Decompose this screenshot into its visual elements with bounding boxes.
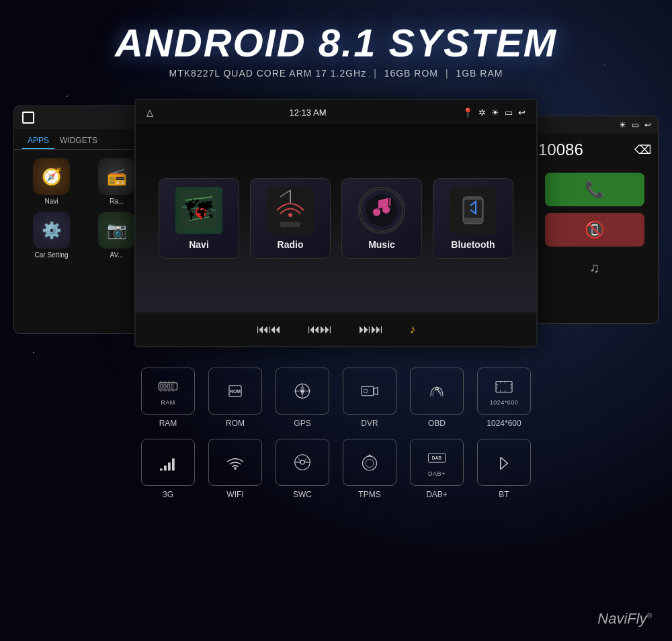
feature-3g: 3G: [141, 439, 195, 499]
prev-button[interactable]: ⏮⏮: [257, 323, 281, 337]
radio-icon: 📻: [98, 158, 135, 195]
app-car-setting[interactable]: ⚙️ Car Setting: [22, 212, 81, 259]
svg-marker-15: [198, 212, 204, 220]
tab-widgets[interactable]: WIDGETS: [54, 133, 103, 149]
sub-title: MTK8227L QUAD CORE ARM 17 1.2GHz | 16GB …: [115, 68, 557, 79]
music-icon-right: ♫: [590, 260, 600, 275]
accept-call-button[interactable]: 📞: [545, 173, 644, 206]
rom-box: ROM: [208, 368, 262, 415]
svg-point-74: [366, 460, 374, 468]
play-pause-button[interactable]: ⏮⏭: [308, 323, 332, 337]
av-label: AV...: [110, 251, 123, 259]
dvr-box: [343, 368, 396, 415]
header-section: ANDROID 8.1 SYSTEM MTK8227L QUAD CORE AR…: [115, 0, 557, 79]
obd-icon: [427, 381, 447, 401]
feature-dab: DAB DAB+ DAB+: [410, 439, 464, 499]
app-tiles-body: Navi: [136, 124, 536, 312]
battery-icon: ▭: [505, 108, 513, 118]
svg-line-11: [185, 197, 212, 200]
home-icon[interactable]: [22, 112, 34, 124]
svg-point-20: [288, 213, 292, 217]
tile-navi[interactable]: Navi: [159, 178, 239, 259]
navi-icon: 🧭: [33, 158, 70, 195]
ram-spec: 1GB RAM: [456, 68, 503, 79]
bt-icon: [494, 452, 514, 472]
swc-icon: [292, 452, 312, 472]
tile-bluetooth[interactable]: Bluetooth: [433, 178, 513, 259]
svg-rect-66: [168, 462, 171, 470]
svg-point-70: [300, 460, 304, 464]
features-row-1: RAM RAM ROM ROM: [101, 368, 571, 428]
music-note-icon: ♪: [410, 323, 416, 337]
av-icon: 📷: [98, 212, 135, 249]
brand-section: NaviFly®: [597, 610, 652, 628]
resolution-sub-label: 1024*600: [490, 399, 519, 406]
brand-name: NaviFly: [597, 610, 646, 627]
dab-box: DAB DAB+: [410, 439, 464, 486]
feature-bt: BT: [477, 439, 531, 499]
svg-point-16: [199, 209, 203, 213]
resolution-label: 1024*600: [487, 419, 521, 428]
svg-marker-51: [374, 388, 378, 395]
svg-rect-33: [164, 384, 166, 388]
svg-point-24: [373, 208, 380, 216]
media-controls: ⏮⏮ ⏮⏭ ⏭⏭ ♪: [136, 312, 536, 346]
obd-label: OBD: [428, 419, 446, 428]
backspace-icon[interactable]: ⌫: [634, 142, 651, 157]
bluetooth-status-icon: ✲: [478, 108, 486, 118]
svg-point-14: [196, 207, 206, 218]
status-bar: △ 12:13 AM 📍 ✲ ☀ ▭ ↩: [136, 100, 536, 124]
left-screen: APPS WIDGETS 🧭 Navi 📻 Ra... ⚙️ Car Setti…: [13, 105, 155, 334]
rom-icon: ROM: [225, 381, 245, 401]
tile-music[interactable]: Music: [341, 178, 422, 259]
obd-box: [410, 368, 464, 415]
features-row-2: 3G WIFI: [101, 439, 571, 499]
ram-icon: [158, 376, 178, 396]
feature-gps: GPS: [276, 368, 329, 428]
status-left: △: [146, 108, 153, 118]
wifi-icon: [225, 452, 245, 472]
svg-point-23: [366, 194, 397, 226]
svg-point-68: [234, 467, 237, 470]
svg-point-25: [382, 206, 390, 213]
back-icon: ↩: [518, 108, 526, 118]
phone-accept-icon: 📞: [585, 180, 605, 199]
swc-label: SWC: [293, 490, 312, 499]
right-screen: ☀ ▭ ↩ 10086 ⌫ 📞 📵 ♫: [531, 116, 659, 324]
brand-trademark: ®: [647, 612, 652, 619]
features-section: RAM RAM ROM ROM: [101, 368, 571, 510]
music-note-right: ♫: [532, 253, 658, 282]
svg-line-12: [182, 207, 216, 210]
next-button[interactable]: ⏭⏭: [359, 323, 383, 337]
home-icon-status: △: [146, 108, 153, 118]
location-icon: 📍: [462, 108, 473, 118]
tab-apps[interactable]: APPS: [22, 133, 54, 149]
decline-call-button[interactable]: 📵: [545, 213, 644, 247]
gps-icon: [292, 381, 312, 401]
svg-rect-67: [172, 458, 175, 470]
svg-rect-32: [161, 384, 163, 388]
ram-label: RAM: [159, 419, 177, 428]
feature-tpms: TPMS: [343, 439, 396, 499]
back-icon-right: ↩: [644, 120, 651, 130]
svg-rect-65: [164, 466, 167, 471]
feature-ram: RAM RAM: [141, 368, 195, 428]
wifi-label: WIFI: [226, 490, 243, 499]
svg-text:DAB: DAB: [432, 456, 442, 460]
status-time: 12:13 AM: [290, 108, 327, 118]
app-navi[interactable]: 🧭 Navi: [22, 158, 81, 205]
navi-tile-icon: [175, 187, 222, 234]
brightness-icon: ☀: [491, 108, 499, 118]
tile-radio[interactable]: Radio: [250, 178, 331, 259]
resolution-icon: [494, 376, 514, 396]
dab-label: DAB+: [426, 490, 448, 499]
3g-label: 3G: [163, 490, 173, 499]
feature-obd: OBD: [410, 368, 464, 428]
settings-icon: ⚙️: [33, 212, 70, 249]
rom-spec: 16GB ROM: [384, 68, 438, 79]
svg-rect-55: [496, 382, 512, 393]
swc-box: [276, 439, 329, 486]
tabs-row: APPS WIDGETS: [14, 129, 154, 150]
center-screen: △ 12:13 AM 📍 ✲ ☀ ▭ ↩: [134, 99, 538, 347]
dab-icon: DAB: [427, 447, 447, 468]
